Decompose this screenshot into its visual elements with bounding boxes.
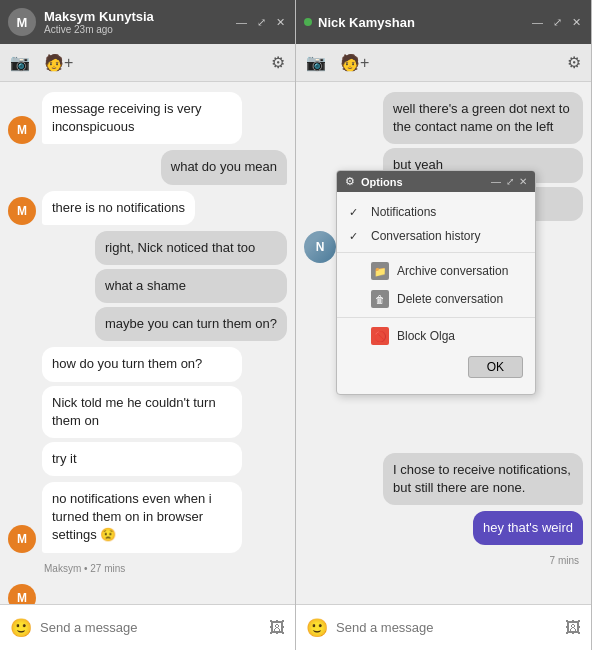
avatar: N <box>304 231 336 263</box>
ok-button[interactable]: OK <box>468 356 523 378</box>
modal-divider <box>337 252 535 253</box>
message-bubble: there is no notifications <box>42 191 195 225</box>
left-toolbar: 📷 🧑+ ⚙ <box>0 44 295 82</box>
check-icon: ✓ <box>349 230 363 243</box>
message-bubble: right, Nick noticed that too <box>95 231 287 265</box>
conversation-history-option[interactable]: ✓ Conversation history <box>337 224 535 248</box>
delete-conversation-option[interactable]: 🗑 Delete conversation <box>337 285 535 313</box>
left-maximize-button[interactable]: ⤢ <box>255 14 268 31</box>
emoji-icon[interactable]: 🙂 <box>10 617 32 639</box>
message-bubble: no notifications even when i turned them… <box>42 482 242 553</box>
timestamp: Maksym • 27 mins <box>44 563 287 574</box>
video-icon[interactable]: 📷 <box>306 53 326 72</box>
left-minimize-button[interactable]: — <box>234 14 249 30</box>
message-row: I chose to receive notifications, but st… <box>304 453 583 505</box>
modal-title: Options <box>361 176 491 188</box>
block-label: Block Olga <box>397 329 455 343</box>
message-bubble: well there's a green dot next to the con… <box>383 92 583 144</box>
left-avatar: M <box>8 8 36 36</box>
online-dot <box>304 18 312 26</box>
message-bubble: how do you turn them on? <box>42 347 242 381</box>
right-username: Nick Kamyshan <box>318 15 530 30</box>
message-row: M no notifications even when i turned th… <box>8 482 287 553</box>
notifications-option[interactable]: ✓ Notifications <box>337 200 535 224</box>
message-bubble: I chose to receive notifications, but st… <box>383 453 583 505</box>
message-row: right, Nick noticed that too what a sham… <box>8 231 287 342</box>
message-bubble: what do you mean <box>161 150 287 184</box>
right-title-info: Nick Kamyshan <box>318 15 530 30</box>
message-bubble: try it <box>42 442 242 476</box>
avatar: M <box>8 116 36 144</box>
left-close-button[interactable]: ✕ <box>274 14 287 31</box>
message-stack: right, Nick noticed that too what a sham… <box>95 231 287 342</box>
message-bubble: Nick told me he couldn't turn them on <box>42 386 242 438</box>
message-stack: how do you turn them on? Nick told me he… <box>42 347 242 476</box>
message-row: M there is no notifications <box>8 191 287 225</box>
gear-icon[interactable]: ⚙ <box>567 53 581 72</box>
left-title-info: Maksym Kunytsia Active 23m ago <box>44 9 234 35</box>
message-row: hey that's weird <box>304 511 583 545</box>
conversation-history-label: Conversation history <box>371 229 480 243</box>
modal-divider <box>337 317 535 318</box>
emoji-icon[interactable]: 🙂 <box>306 617 328 639</box>
right-maximize-button[interactable]: ⤢ <box>551 14 564 31</box>
add-person-icon[interactable]: 🧑+ <box>44 53 73 72</box>
modal-maximize-button[interactable]: ⤢ <box>506 176 514 187</box>
modal-ok-area: OK <box>337 350 535 386</box>
left-win-controls: — ⤢ ✕ <box>234 14 287 31</box>
left-username: Maksym Kunytsia <box>44 9 234 24</box>
modal-win-controls: — ⤢ ✕ <box>491 176 527 187</box>
video-icon[interactable]: 📷 <box>10 53 30 72</box>
add-person-icon[interactable]: 🧑+ <box>340 53 369 72</box>
archive-conversation-option[interactable]: 📁 Archive conversation <box>337 257 535 285</box>
avatar-placeholder <box>8 448 36 476</box>
message-bubble: maybe you can turn them on? <box>95 307 287 341</box>
message-input[interactable] <box>40 620 261 635</box>
right-input-bar: 🙂 🖼 <box>296 604 591 650</box>
options-icon: ⚙ <box>345 175 355 188</box>
left-panel: M Maksym Kunytsia Active 23m ago — ⤢ ✕ 📷… <box>0 0 296 650</box>
check-icon: ✓ <box>349 206 363 219</box>
message-row: what do you mean <box>8 150 287 184</box>
modal-title-bar: ⚙ Options — ⤢ ✕ <box>337 171 535 192</box>
avatar: M <box>8 525 36 553</box>
right-title-bar: Nick Kamyshan — ⤢ ✕ <box>296 0 591 44</box>
message-row: M <box>8 584 287 604</box>
timestamp: 7 mins <box>304 555 583 566</box>
avatar: M <box>8 197 36 225</box>
message-input[interactable] <box>336 620 557 635</box>
modal-close-button[interactable]: ✕ <box>519 176 527 187</box>
modal-body: ✓ Notifications ✓ Conversation history 📁… <box>337 192 535 394</box>
delete-icon: 🗑 <box>371 290 389 308</box>
left-status: Active 23m ago <box>44 24 234 35</box>
message-row: how do you turn them on? Nick told me he… <box>8 347 287 476</box>
block-icon: 🚫 <box>371 327 389 345</box>
message-bubble: what a shame <box>95 269 287 303</box>
notifications-label: Notifications <box>371 205 436 219</box>
message-bubble: message receiving is very inconspicuous <box>42 92 242 144</box>
attach-icon[interactable]: 🖼 <box>269 619 285 637</box>
delete-label: Delete conversation <box>397 292 503 306</box>
message-row: M message receiving is very inconspicuou… <box>8 92 287 144</box>
right-minimize-button[interactable]: — <box>530 14 545 30</box>
right-close-button[interactable]: ✕ <box>570 14 583 31</box>
archive-label: Archive conversation <box>397 264 508 278</box>
left-title-bar: M Maksym Kunytsia Active 23m ago — ⤢ ✕ <box>0 0 295 44</box>
left-input-bar: 🙂 🖼 <box>0 604 295 650</box>
modal-minimize-button[interactable]: — <box>491 176 501 187</box>
right-panel: Nick Kamyshan — ⤢ ✕ 📷 🧑+ ⚙ well there's … <box>296 0 592 650</box>
options-modal: ⚙ Options — ⤢ ✕ ✓ Notifications ✓ Conver… <box>336 170 536 395</box>
right-toolbar: 📷 🧑+ ⚙ <box>296 44 591 82</box>
left-messages: M message receiving is very inconspicuou… <box>0 82 295 604</box>
archive-icon: 📁 <box>371 262 389 280</box>
avatar: M <box>8 584 36 604</box>
message-bubble: hey that's weird <box>473 511 583 545</box>
right-win-controls: — ⤢ ✕ <box>530 14 583 31</box>
block-option[interactable]: 🚫 Block Olga <box>337 322 535 350</box>
gear-icon[interactable]: ⚙ <box>271 53 285 72</box>
attach-icon[interactable]: 🖼 <box>565 619 581 637</box>
